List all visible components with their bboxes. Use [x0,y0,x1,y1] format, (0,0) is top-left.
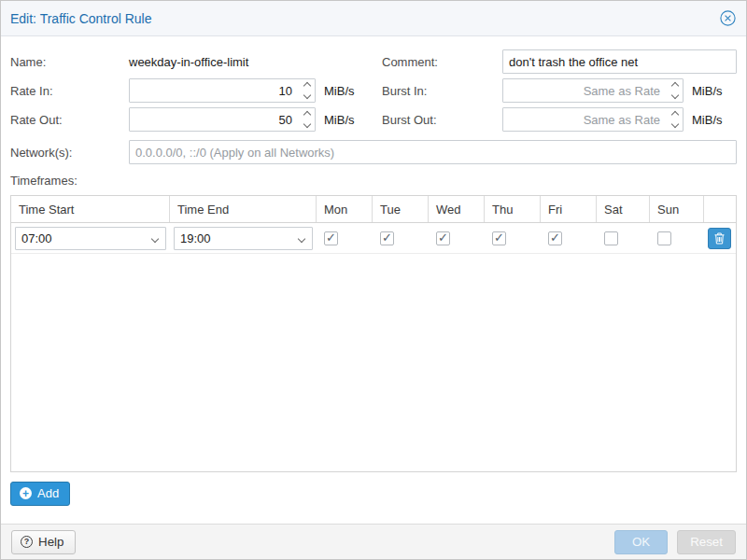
networks-row: Network(s): [10,140,737,164]
burst-out-label: Burst Out: [382,113,502,127]
spinner-up-icon [671,111,679,119]
header-time-start[interactable]: Time Start [11,196,170,222]
rate-out-unit: MiB/s [324,113,355,127]
fri-checkbox[interactable] [548,231,562,245]
header-wed[interactable]: Wed [429,196,485,222]
sun-checkbox[interactable] [657,231,671,245]
form-row-2: Rate In: MiB/s Burst In: [10,78,737,103]
rate-out-spinner[interactable] [304,112,310,127]
spinner-down-icon [303,120,311,128]
rate-in-input[interactable] [129,78,316,103]
comment-label: Comment: [382,55,502,69]
header-fri[interactable]: Fri [541,196,597,222]
tue-checkbox[interactable] [380,231,394,245]
dialog-titlebar: Edit: Traffic Control Rule [1,1,746,36]
close-button[interactable] [718,9,737,28]
burst-out-spinner[interactable] [672,112,678,127]
spinner-down-icon [671,91,679,99]
spinner-down-icon [671,120,679,128]
mon-checkbox[interactable] [324,231,338,245]
question-circle-icon: ? [21,536,33,548]
header-thu[interactable]: Thu [485,196,541,222]
header-actions [704,196,736,222]
form-row-3: Rate Out: MiB/s Burst Out: [10,107,737,132]
dialog-body: Name: weekday-in-office-limit Comment: R… [1,36,746,524]
dialog-title: Edit: Traffic Control Rule [10,11,718,26]
name-label: Name: [10,55,129,69]
timeframe-row: 07:00 19:00 [11,223,736,254]
add-button[interactable]: + Add [10,482,70,506]
wed-checkbox[interactable] [436,231,450,245]
timeframes-grid: Time Start Time End Mon Tue Wed Thu Fri … [10,195,737,472]
help-button[interactable]: ? Help [11,530,76,554]
header-time-end[interactable]: Time End [170,196,317,222]
header-sun[interactable]: Sun [650,196,704,222]
form-row-1: Name: weekday-in-office-limit Comment: [10,49,737,74]
chevron-down-icon [151,234,159,242]
rate-in-label: Rate In: [10,84,129,98]
edit-traffic-control-rule-dialog: Edit: Traffic Control Rule Name: weekday… [0,0,747,560]
spinner-up-icon [671,82,679,90]
burst-in-spinner[interactable] [672,83,678,98]
burst-in-unit: MiB/s [692,84,723,98]
spinner-up-icon [303,111,311,119]
sat-checkbox[interactable] [604,231,618,245]
delete-row-button[interactable] [708,228,731,249]
name-value: weekday-in-office-limit [129,55,248,69]
burst-in-label: Burst In: [382,84,502,98]
header-mon[interactable]: Mon [317,196,373,222]
networks-label: Network(s): [10,146,129,160]
circle-x-icon [720,10,736,26]
grid-header: Time Start Time End Mon Tue Wed Thu Fri … [11,196,736,223]
plus-circle-icon: + [20,487,32,499]
grid-empty-area [11,254,736,471]
rate-out-input[interactable] [129,107,316,132]
header-sat[interactable]: Sat [597,196,650,222]
dialog-footer: ? Help OK Reset [1,524,746,559]
time-start-value: 07:00 [21,231,52,245]
chevron-down-icon [298,234,305,242]
burst-out-input[interactable] [502,107,684,132]
comment-input[interactable] [502,49,737,74]
help-button-label: Help [38,535,63,549]
reset-button[interactable]: Reset [677,530,736,554]
header-tue[interactable]: Tue [373,196,429,222]
burst-out-unit: MiB/s [692,113,723,127]
burst-in-input[interactable] [502,78,684,103]
rate-out-label: Rate Out: [10,113,129,127]
trash-icon [714,232,725,245]
spinner-down-icon [303,91,311,99]
add-button-label: Add [37,486,59,500]
thu-checkbox[interactable] [492,231,506,245]
timeframes-label: Timeframes: [10,174,737,188]
spinner-up-icon [303,82,311,90]
time-end-value: 19:00 [180,231,211,245]
rate-in-unit: MiB/s [324,84,355,98]
rate-in-spinner[interactable] [304,83,310,98]
time-end-combo[interactable]: 19:00 [174,227,313,250]
ok-button[interactable]: OK [614,530,668,554]
time-start-combo[interactable]: 07:00 [15,227,166,250]
networks-input[interactable] [129,140,737,164]
